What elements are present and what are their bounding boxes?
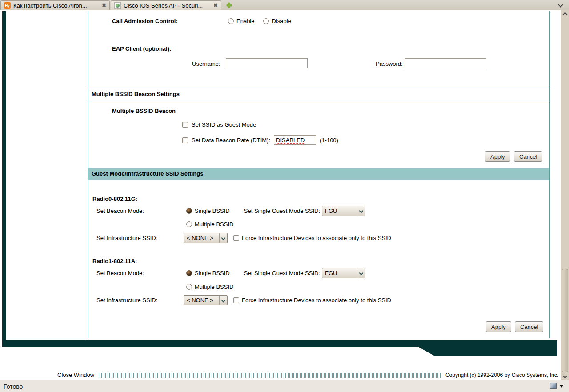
- apply-button-bssid[interactable]: Apply: [485, 151, 510, 162]
- r0-force-assoc-label: Force Infrastructure Devices to associat…: [242, 235, 391, 241]
- password-label: Password:: [376, 60, 403, 67]
- chevron-down-icon: [562, 373, 567, 378]
- r1-force-assoc-checkbox[interactable]: [233, 297, 239, 303]
- radio0-title: Radio0-802.11G:: [92, 196, 137, 202]
- chevron-up-icon: [562, 12, 567, 17]
- r1-guest-ssid-select[interactable]: FGU: [322, 268, 365, 278]
- vertical-scrollbar-thumb[interactable]: [562, 269, 568, 372]
- chevron-down-icon: [357, 268, 365, 278]
- cancel-button-bssid[interactable]: Cancel: [514, 151, 542, 162]
- tab-list-chevron-down-icon[interactable]: [558, 2, 563, 7]
- r1-guest-ssid-label: Set Single Guest Mode SSID:: [244, 270, 320, 276]
- r0-beacon-mode-label: Set Beacon Mode:: [96, 208, 186, 214]
- enable-label: Enable: [236, 18, 254, 24]
- disable-label: Disable: [272, 18, 291, 24]
- password-input[interactable]: [405, 58, 486, 68]
- close-window-link[interactable]: Close Window: [57, 372, 94, 378]
- dtim-label: Set Data Beacon Rate (DTIM):: [192, 137, 270, 144]
- status-bar: Готово: [0, 380, 569, 392]
- r1-single-bssid-label: Single BSSID: [195, 270, 230, 276]
- tab-1[interactable]: Hy Как настроить Cisco Airon... ✖: [0, 0, 110, 10]
- page-left-accent-bar: [2, 11, 6, 347]
- r1-multiple-bssid-label: Multiple BSSID: [195, 284, 233, 290]
- guest-section-header: Guest Mode/Infrastructure SSID Settings: [88, 168, 549, 180]
- username-input[interactable]: [226, 58, 308, 68]
- apply-button-guest[interactable]: Apply: [486, 321, 511, 332]
- chevron-down-icon: [357, 206, 365, 216]
- r0-force-assoc-checkbox[interactable]: [233, 235, 239, 241]
- username-label: Username:: [192, 60, 220, 67]
- r0-multiple-bssid-label: Multiple BSSID: [195, 221, 233, 228]
- tab2-close-icon[interactable]: ✖: [213, 3, 218, 8]
- scrollbar-up-button[interactable]: [561, 11, 569, 18]
- plus-icon: ✚: [226, 1, 232, 9]
- browser-window: Hy Как настроить Cisco Airon... ✖ Cisco …: [0, 0, 569, 392]
- chevron-down-icon: [219, 296, 227, 305]
- r1-infra-ssid-label: Set Infrastructure SSID:: [96, 297, 184, 304]
- tab1-favicon-icon: Hy: [4, 2, 11, 9]
- ssid-guest-mode-checkbox[interactable]: [182, 122, 188, 128]
- r0-multiple-bssid-radio[interactable]: [186, 221, 192, 227]
- panel-border-right: [549, 11, 550, 338]
- call-admission-enable-radio[interactable]: [228, 18, 234, 24]
- r0-guest-ssid-select[interactable]: FGU: [322, 206, 365, 216]
- tab2-title: Cisco IOS Series AP - Securi...: [124, 2, 211, 9]
- new-tab-button[interactable]: ✚: [224, 1, 235, 9]
- r1-beacon-mode-label: Set Beacon Mode:: [96, 270, 186, 276]
- copyright-text: Copyright (c) 1992-2006 by Cisco Systems…: [440, 372, 558, 378]
- scrollbar-down-button[interactable]: [561, 372, 569, 380]
- dtim-value: DISABLED: [276, 137, 305, 144]
- eap-client-label: EAP Client (optional):: [112, 45, 171, 52]
- r1-single-bssid-radio[interactable]: [186, 270, 192, 276]
- r0-infra-ssid-select[interactable]: < NONE >: [184, 233, 228, 243]
- cancel-button-guest[interactable]: Cancel: [515, 321, 543, 332]
- r0-infra-ssid-label: Set Infrastructure SSID:: [96, 235, 184, 241]
- r1-multiple-bssid-radio[interactable]: [186, 284, 192, 290]
- r1-force-assoc-label: Force Infrastructure Devices to associat…: [242, 297, 391, 304]
- status-text: Готово: [4, 383, 23, 390]
- tab2-favicon-globe-icon: [114, 2, 121, 9]
- tab-2-active[interactable]: Cisco IOS Series AP - Securi... ✖: [111, 0, 221, 10]
- tab1-close-icon[interactable]: ✖: [102, 3, 106, 8]
- dtim-range-label: (1-100): [320, 137, 338, 144]
- statusbar-extension-icon[interactable]: [550, 383, 557, 389]
- footer-swoosh: [418, 347, 557, 356]
- dtim-input[interactable]: DISABLED: [274, 135, 316, 145]
- r0-guest-ssid-label: Set Single Guest Mode SSID:: [244, 208, 320, 214]
- tab-bar: Hy Как настроить Cisco Airon... ✖ Cisco …: [0, 0, 569, 10]
- chevron-down-icon: [219, 233, 227, 243]
- r0-single-bssid-radio[interactable]: [186, 208, 192, 214]
- multiple-bssid-beacon-label: Multiple BSSID Beacon: [112, 108, 176, 114]
- r1-infra-ssid-select[interactable]: < NONE >: [184, 295, 228, 305]
- r0-single-bssid-label: Single BSSID: [195, 208, 230, 214]
- ssid-guest-mode-label: Set SSID as Guest Mode: [192, 121, 256, 128]
- panel-border-bottom: [88, 338, 550, 338]
- call-admission-disable-radio[interactable]: [263, 18, 269, 24]
- bssid-section-header: Multiple BSSID Beacon Settings: [88, 88, 549, 100]
- call-admission-label: Call Admission Control:: [112, 18, 178, 24]
- footer-bar: [4, 340, 557, 347]
- tab1-title: Как настроить Cisco Airon...: [13, 2, 99, 9]
- radio1-title: Radio1-802.11A:: [92, 258, 137, 264]
- statusbar-dropdown-arrow-icon[interactable]: [560, 385, 563, 388]
- footer-stripes: [99, 373, 441, 378]
- dtim-checkbox[interactable]: [182, 137, 188, 143]
